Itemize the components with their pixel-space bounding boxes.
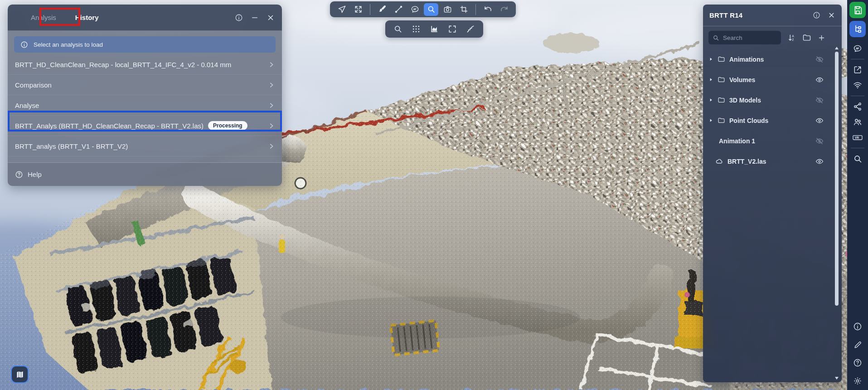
strip-bottom-group bbox=[847, 317, 868, 390]
wifi-icon[interactable] bbox=[849, 78, 866, 93]
minimap-button[interactable] bbox=[11, 366, 29, 383]
point-grid-icon[interactable] bbox=[409, 23, 423, 35]
comment-icon[interactable] bbox=[407, 3, 422, 16]
camera-icon[interactable] bbox=[440, 3, 455, 16]
info-icon[interactable] bbox=[849, 317, 866, 336]
toolbar-divider bbox=[475, 4, 476, 15]
crop-icon[interactable] bbox=[456, 3, 471, 16]
svg-text:Z: Z bbox=[792, 38, 794, 41]
sidebar-controls: AZ bbox=[703, 26, 842, 49]
analysis-item[interactable]: Analyse bbox=[8, 95, 282, 116]
comment-icon[interactable] bbox=[849, 41, 866, 56]
close-icon[interactable] bbox=[828, 11, 835, 19]
analysis-list: Select an analysis to load BRTT_HD_Clean… bbox=[8, 31, 282, 186]
steps-icon[interactable] bbox=[463, 23, 478, 35]
project-title: BRTT R14 bbox=[709, 11, 742, 19]
save-icon[interactable] bbox=[849, 2, 866, 18]
folder-icon[interactable] bbox=[802, 33, 811, 42]
undo-icon[interactable] bbox=[480, 3, 495, 16]
processing-badge: Processing bbox=[208, 121, 247, 130]
analysis-item-label: BRTT_Analys (BRTT_HD_CleanClean_Recap - … bbox=[15, 122, 204, 130]
pencil-icon[interactable] bbox=[849, 336, 866, 354]
svg-text:VR: VR bbox=[855, 136, 859, 139]
analysis-panel-header: Analysis History bbox=[8, 5, 282, 31]
layers-tree-icon[interactable] bbox=[849, 21, 866, 37]
search-icon[interactable] bbox=[391, 23, 405, 35]
analysis-item-label: BRTT_HD_CleanClean_Recap - local_BRTT_14… bbox=[15, 61, 231, 68]
add-icon[interactable] bbox=[818, 34, 825, 42]
folder-icon bbox=[718, 96, 725, 104]
navigate-cursor-icon[interactable] bbox=[335, 3, 349, 16]
analysis-item[interactable]: Comparison bbox=[8, 75, 282, 95]
settings-icon[interactable] bbox=[849, 372, 866, 390]
zoom-sub-toolbar bbox=[385, 20, 483, 38]
help-label: Help bbox=[28, 171, 42, 178]
strip-divider bbox=[851, 59, 864, 59]
chevron-right-icon bbox=[268, 82, 275, 88]
tree-row-3d-models[interactable]: 3D Models bbox=[703, 90, 842, 110]
layers-sidebar: BRTT R14 AZ Animations Volumes bbox=[703, 5, 842, 382]
tree-label: BRTT_V2.las bbox=[727, 158, 766, 165]
strip-divider bbox=[851, 96, 864, 96]
tree-row-brtt-v2-las[interactable]: BRTT_V2.las bbox=[703, 151, 842, 171]
users-icon[interactable] bbox=[849, 114, 866, 130]
sort-icon[interactable]: AZ bbox=[787, 34, 796, 42]
analysis-item-label: BRTT_analys (BRTT_V1 - BRTT_V2) bbox=[15, 142, 128, 150]
scrollbar-down-arrow[interactable] bbox=[835, 377, 839, 380]
tree-row-animations[interactable]: Animations bbox=[703, 49, 842, 69]
svg-text:A: A bbox=[792, 34, 794, 37]
analysis-panel: Analysis History Select an analysis to l… bbox=[8, 5, 282, 186]
toolbar-divider bbox=[370, 4, 370, 15]
info-icon[interactable] bbox=[813, 11, 820, 19]
measure-icon[interactable] bbox=[391, 3, 406, 16]
help-icon bbox=[15, 171, 23, 179]
vr-icon[interactable]: VR bbox=[849, 130, 866, 145]
search-icon[interactable] bbox=[849, 151, 866, 166]
chevron-right-icon bbox=[268, 61, 275, 68]
folder-icon bbox=[718, 117, 725, 124]
external-link-icon[interactable] bbox=[849, 62, 866, 78]
caret-right-icon[interactable] bbox=[708, 77, 713, 82]
eye-off-icon[interactable] bbox=[815, 96, 824, 104]
annotation-red-box bbox=[39, 8, 80, 26]
help-row[interactable]: Help bbox=[8, 162, 282, 186]
search-box[interactable] bbox=[708, 31, 781, 44]
analysis-item[interactable]: BRTT_analys (BRTT_V1 - BRTT_V2) bbox=[8, 136, 282, 156]
redo-icon[interactable] bbox=[497, 3, 511, 16]
paintbrush-icon[interactable] bbox=[375, 3, 389, 16]
histogram-icon[interactable] bbox=[427, 23, 441, 35]
eye-icon[interactable] bbox=[815, 157, 824, 166]
eye-icon[interactable] bbox=[815, 117, 824, 125]
banner-text: Select an analysis to load bbox=[34, 41, 103, 48]
analysis-item-processing[interactable]: BRTT_Analys (BRTT_HD_CleanClean_Recap - … bbox=[8, 116, 282, 136]
zoom-icon[interactable] bbox=[424, 3, 438, 16]
tree-label: Animations bbox=[729, 56, 764, 63]
minimize-icon[interactable] bbox=[251, 14, 259, 22]
search-input[interactable] bbox=[723, 34, 773, 41]
caret-right-icon[interactable] bbox=[708, 98, 713, 102]
caret-right-icon[interactable] bbox=[708, 118, 713, 123]
scrollbar-thumb[interactable] bbox=[835, 52, 839, 306]
tree-row-volumes[interactable]: Volumes bbox=[703, 69, 842, 90]
tree-label: Point Clouds bbox=[729, 117, 768, 124]
analysis-item[interactable]: BRTT_HD_CleanClean_Recap - local_BRTT_14… bbox=[8, 54, 282, 75]
info-icon bbox=[20, 41, 28, 49]
help-icon[interactable] bbox=[849, 354, 866, 372]
eye-icon[interactable] bbox=[815, 76, 824, 84]
eye-off-icon[interactable] bbox=[815, 55, 824, 63]
tree-row-point-clouds[interactable]: Point Clouds bbox=[703, 110, 842, 131]
map-icon bbox=[15, 370, 24, 379]
fullscreen-icon[interactable] bbox=[351, 3, 365, 16]
close-icon[interactable] bbox=[267, 14, 275, 22]
tree-row-animation-1[interactable]: Animation 1 bbox=[703, 131, 842, 151]
chevron-right-icon bbox=[268, 143, 275, 150]
folder-icon bbox=[718, 76, 725, 83]
caret-right-icon[interactable] bbox=[708, 57, 713, 62]
eye-off-icon[interactable] bbox=[815, 137, 824, 145]
search-icon bbox=[713, 34, 719, 41]
share-icon[interactable] bbox=[849, 99, 866, 114]
info-icon[interactable] bbox=[235, 14, 243, 22]
tree-label: Animation 1 bbox=[719, 137, 755, 145]
selection-brackets-icon[interactable] bbox=[445, 23, 460, 35]
scrollbar-up-arrow[interactable] bbox=[835, 47, 839, 49]
